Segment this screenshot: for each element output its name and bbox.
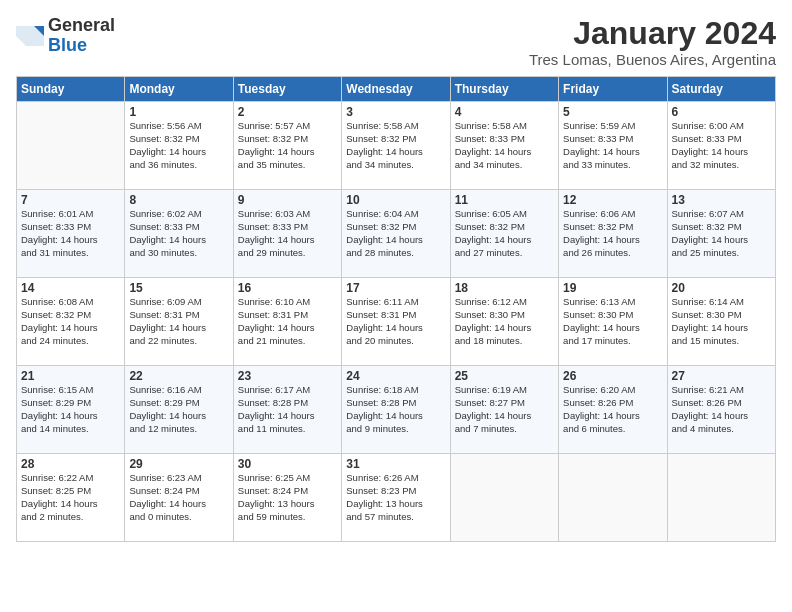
day-info: Sunrise: 6:08 AMSunset: 8:32 PMDaylight:… — [21, 296, 120, 347]
day-info: Sunrise: 6:25 AMSunset: 8:24 PMDaylight:… — [238, 472, 337, 523]
day-info: Sunrise: 6:16 AMSunset: 8:29 PMDaylight:… — [129, 384, 228, 435]
day-info: Sunrise: 6:15 AMSunset: 8:29 PMDaylight:… — [21, 384, 120, 435]
logo-general-label: General — [48, 16, 115, 36]
day-number: 26 — [563, 369, 662, 383]
day-number: 21 — [21, 369, 120, 383]
day-number: 25 — [455, 369, 554, 383]
calendar-cell: 19Sunrise: 6:13 AMSunset: 8:30 PMDayligh… — [559, 278, 667, 366]
day-info: Sunrise: 6:21 AMSunset: 8:26 PMDaylight:… — [672, 384, 771, 435]
day-info: Sunrise: 6:06 AMSunset: 8:32 PMDaylight:… — [563, 208, 662, 259]
calendar-cell: 31Sunrise: 6:26 AMSunset: 8:23 PMDayligh… — [342, 454, 450, 542]
day-number: 9 — [238, 193, 337, 207]
calendar-table: SundayMondayTuesdayWednesdayThursdayFrid… — [16, 76, 776, 542]
day-number: 13 — [672, 193, 771, 207]
column-header-thursday: Thursday — [450, 77, 558, 102]
calendar-cell: 27Sunrise: 6:21 AMSunset: 8:26 PMDayligh… — [667, 366, 775, 454]
day-number: 31 — [346, 457, 445, 471]
calendar-cell: 14Sunrise: 6:08 AMSunset: 8:32 PMDayligh… — [17, 278, 125, 366]
logo: General Blue — [16, 16, 115, 56]
day-info: Sunrise: 6:17 AMSunset: 8:28 PMDaylight:… — [238, 384, 337, 435]
day-info: Sunrise: 5:56 AMSunset: 8:32 PMDaylight:… — [129, 120, 228, 171]
day-number: 17 — [346, 281, 445, 295]
week-row-2: 7Sunrise: 6:01 AMSunset: 8:33 PMDaylight… — [17, 190, 776, 278]
calendar-cell: 18Sunrise: 6:12 AMSunset: 8:30 PMDayligh… — [450, 278, 558, 366]
day-number: 4 — [455, 105, 554, 119]
calendar-cell: 25Sunrise: 6:19 AMSunset: 8:27 PMDayligh… — [450, 366, 558, 454]
calendar-cell: 28Sunrise: 6:22 AMSunset: 8:25 PMDayligh… — [17, 454, 125, 542]
day-info: Sunrise: 6:05 AMSunset: 8:32 PMDaylight:… — [455, 208, 554, 259]
day-info: Sunrise: 6:12 AMSunset: 8:30 PMDaylight:… — [455, 296, 554, 347]
column-header-monday: Monday — [125, 77, 233, 102]
calendar-cell: 4Sunrise: 5:58 AMSunset: 8:33 PMDaylight… — [450, 102, 558, 190]
day-info: Sunrise: 6:10 AMSunset: 8:31 PMDaylight:… — [238, 296, 337, 347]
calendar-cell — [559, 454, 667, 542]
day-info: Sunrise: 6:19 AMSunset: 8:27 PMDaylight:… — [455, 384, 554, 435]
month-title: January 2024 — [529, 16, 776, 51]
day-info: Sunrise: 5:58 AMSunset: 8:33 PMDaylight:… — [455, 120, 554, 171]
day-info: Sunrise: 6:20 AMSunset: 8:26 PMDaylight:… — [563, 384, 662, 435]
day-info: Sunrise: 6:04 AMSunset: 8:32 PMDaylight:… — [346, 208, 445, 259]
day-info: Sunrise: 6:13 AMSunset: 8:30 PMDaylight:… — [563, 296, 662, 347]
day-info: Sunrise: 6:14 AMSunset: 8:30 PMDaylight:… — [672, 296, 771, 347]
day-info: Sunrise: 6:22 AMSunset: 8:25 PMDaylight:… — [21, 472, 120, 523]
day-info: Sunrise: 6:00 AMSunset: 8:33 PMDaylight:… — [672, 120, 771, 171]
day-info: Sunrise: 6:03 AMSunset: 8:33 PMDaylight:… — [238, 208, 337, 259]
calendar-cell: 7Sunrise: 6:01 AMSunset: 8:33 PMDaylight… — [17, 190, 125, 278]
logo-blue-label: Blue — [48, 36, 115, 56]
day-info: Sunrise: 6:26 AMSunset: 8:23 PMDaylight:… — [346, 472, 445, 523]
calendar-cell: 9Sunrise: 6:03 AMSunset: 8:33 PMDaylight… — [233, 190, 341, 278]
day-number: 5 — [563, 105, 662, 119]
day-number: 16 — [238, 281, 337, 295]
page-header: General Blue January 2024 Tres Lomas, Bu… — [16, 16, 776, 68]
calendar-cell: 24Sunrise: 6:18 AMSunset: 8:28 PMDayligh… — [342, 366, 450, 454]
calendar-cell: 10Sunrise: 6:04 AMSunset: 8:32 PMDayligh… — [342, 190, 450, 278]
calendar-cell: 21Sunrise: 6:15 AMSunset: 8:29 PMDayligh… — [17, 366, 125, 454]
calendar-cell: 23Sunrise: 6:17 AMSunset: 8:28 PMDayligh… — [233, 366, 341, 454]
calendar-cell: 13Sunrise: 6:07 AMSunset: 8:32 PMDayligh… — [667, 190, 775, 278]
day-info: Sunrise: 6:18 AMSunset: 8:28 PMDaylight:… — [346, 384, 445, 435]
calendar-cell: 17Sunrise: 6:11 AMSunset: 8:31 PMDayligh… — [342, 278, 450, 366]
day-info: Sunrise: 5:57 AMSunset: 8:32 PMDaylight:… — [238, 120, 337, 171]
day-number: 6 — [672, 105, 771, 119]
calendar-cell: 6Sunrise: 6:00 AMSunset: 8:33 PMDaylight… — [667, 102, 775, 190]
column-header-saturday: Saturday — [667, 77, 775, 102]
calendar-cell: 2Sunrise: 5:57 AMSunset: 8:32 PMDaylight… — [233, 102, 341, 190]
week-row-3: 14Sunrise: 6:08 AMSunset: 8:32 PMDayligh… — [17, 278, 776, 366]
day-number: 1 — [129, 105, 228, 119]
calendar-cell — [17, 102, 125, 190]
day-number: 11 — [455, 193, 554, 207]
day-number: 3 — [346, 105, 445, 119]
day-number: 15 — [129, 281, 228, 295]
day-number: 14 — [21, 281, 120, 295]
day-info: Sunrise: 5:59 AMSunset: 8:33 PMDaylight:… — [563, 120, 662, 171]
calendar-cell: 12Sunrise: 6:06 AMSunset: 8:32 PMDayligh… — [559, 190, 667, 278]
header-row: SundayMondayTuesdayWednesdayThursdayFrid… — [17, 77, 776, 102]
title-area: January 2024 Tres Lomas, Buenos Aires, A… — [529, 16, 776, 68]
calendar-cell: 26Sunrise: 6:20 AMSunset: 8:26 PMDayligh… — [559, 366, 667, 454]
day-number: 28 — [21, 457, 120, 471]
day-number: 8 — [129, 193, 228, 207]
day-number: 29 — [129, 457, 228, 471]
calendar-cell: 15Sunrise: 6:09 AMSunset: 8:31 PMDayligh… — [125, 278, 233, 366]
week-row-5: 28Sunrise: 6:22 AMSunset: 8:25 PMDayligh… — [17, 454, 776, 542]
day-number: 7 — [21, 193, 120, 207]
day-number: 18 — [455, 281, 554, 295]
day-number: 20 — [672, 281, 771, 295]
calendar-cell: 22Sunrise: 6:16 AMSunset: 8:29 PMDayligh… — [125, 366, 233, 454]
day-number: 22 — [129, 369, 228, 383]
column-header-friday: Friday — [559, 77, 667, 102]
column-header-tuesday: Tuesday — [233, 77, 341, 102]
week-row-4: 21Sunrise: 6:15 AMSunset: 8:29 PMDayligh… — [17, 366, 776, 454]
calendar-cell: 11Sunrise: 6:05 AMSunset: 8:32 PMDayligh… — [450, 190, 558, 278]
calendar-cell: 16Sunrise: 6:10 AMSunset: 8:31 PMDayligh… — [233, 278, 341, 366]
day-number: 2 — [238, 105, 337, 119]
day-number: 23 — [238, 369, 337, 383]
calendar-cell — [450, 454, 558, 542]
day-number: 10 — [346, 193, 445, 207]
week-row-1: 1Sunrise: 5:56 AMSunset: 8:32 PMDaylight… — [17, 102, 776, 190]
day-info: Sunrise: 6:01 AMSunset: 8:33 PMDaylight:… — [21, 208, 120, 259]
calendar-cell: 20Sunrise: 6:14 AMSunset: 8:30 PMDayligh… — [667, 278, 775, 366]
column-header-sunday: Sunday — [17, 77, 125, 102]
calendar-cell — [667, 454, 775, 542]
calendar-cell: 1Sunrise: 5:56 AMSunset: 8:32 PMDaylight… — [125, 102, 233, 190]
